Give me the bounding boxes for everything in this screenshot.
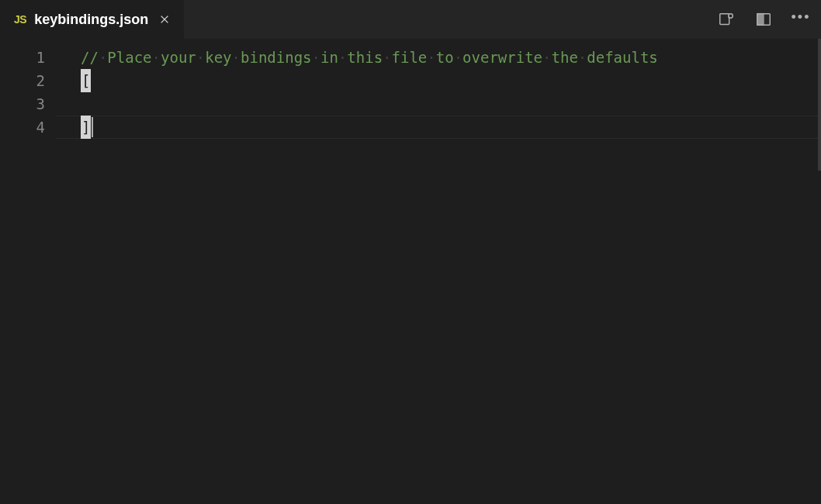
code-line[interactable]: ] <box>81 116 821 139</box>
line-number-gutter: 1 2 3 4 <box>0 39 56 504</box>
line-number: 4 <box>0 116 56 139</box>
svg-line-4 <box>729 17 729 18</box>
tab-keybindings[interactable]: JS keybindings.json <box>0 0 185 39</box>
split-editor-icon[interactable] <box>751 7 776 32</box>
tab-bar: JS keybindings.json <box>0 0 821 39</box>
tab-label: keybindings.json <box>34 12 148 28</box>
text-cursor <box>92 117 93 137</box>
more-actions-icon[interactable]: ••• <box>788 7 813 32</box>
bracket-open: [ <box>81 69 91 92</box>
line-number: 2 <box>0 69 56 92</box>
close-icon[interactable] <box>156 11 173 28</box>
editor-window: JS keybindings.json <box>0 0 821 504</box>
bracket-close: ] <box>81 116 91 139</box>
code-line[interactable]: //·Place·your·key·bindings·in·this·file·… <box>81 46 821 69</box>
code-line[interactable]: [ <box>81 69 821 92</box>
code-line[interactable] <box>81 92 821 116</box>
open-changes-icon[interactable] <box>714 7 739 32</box>
line-number: 3 <box>0 92 56 116</box>
svg-rect-6 <box>757 14 764 26</box>
scrollbar-thumb[interactable] <box>818 39 821 171</box>
comment-token: //·Place·your·key·bindings·in·this·file·… <box>81 49 658 66</box>
svg-rect-2 <box>720 14 729 25</box>
line-number: 1 <box>0 46 56 69</box>
editor-actions: ••• <box>714 7 821 32</box>
code-editor[interactable]: 1 2 3 4 //·Place·your·key·bindings·in·th… <box>0 39 821 504</box>
code-area[interactable]: //·Place·your·key·bindings·in·this·file·… <box>56 39 821 504</box>
js-file-icon: JS <box>14 13 26 26</box>
